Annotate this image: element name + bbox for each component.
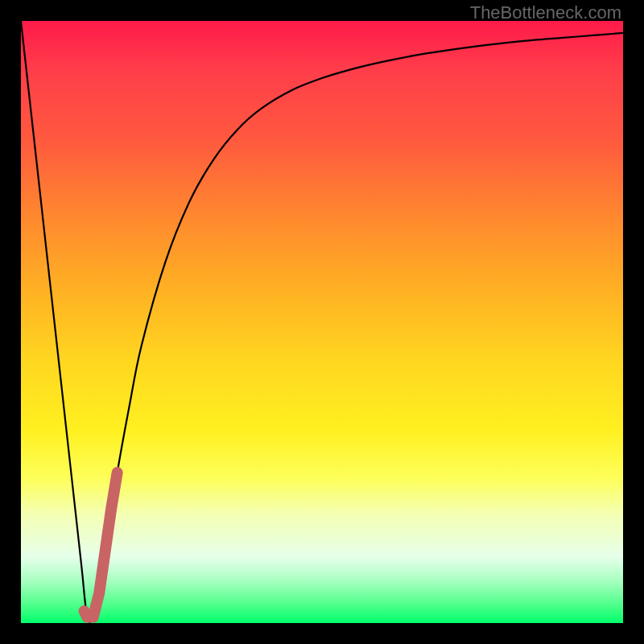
watermark-text: TheBottleneck.com (470, 2, 621, 23)
highlight-segment-line (85, 473, 118, 617)
chart-svg (21, 21, 623, 623)
chart-plot-area (21, 21, 623, 623)
